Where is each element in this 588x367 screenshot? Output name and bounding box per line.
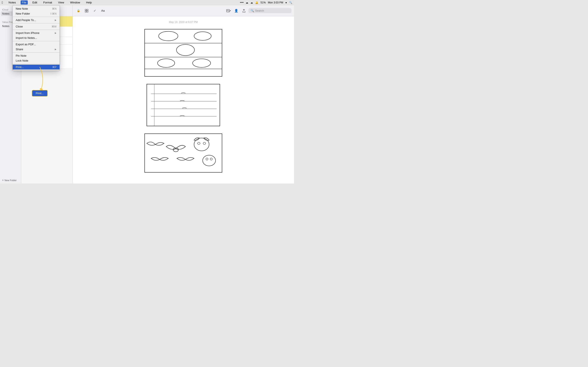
menu-share[interactable]: Share ▶ <box>13 47 60 52</box>
menubar-window[interactable]: Window <box>69 0 81 5</box>
menubar-user[interactable]: ● <box>285 1 287 4</box>
menubar-right: •••• ☁ ☁ 🔔 51% Mon 3:03 PM ● 🔍 <box>240 1 292 4</box>
file-menu-overlay[interactable]: New Note ⌘N New Folder ⇧⌘N Add People To… <box>0 5 294 184</box>
menu-new-note[interactable]: New Note ⌘N <box>13 6 60 11</box>
menubar-dropbox: ☁ <box>246 1 248 4</box>
menu-import-iphone[interactable]: Import from iPhone ▶ <box>13 31 60 35</box>
menubar-dots: •••• <box>240 1 244 4</box>
menu-print-shortcut: ⌘P <box>52 66 57 69</box>
menu-new-note-shortcut: ⌘N <box>52 7 57 10</box>
print-tooltip-label: Print... <box>36 92 44 95</box>
menubar-format[interactable]: Format <box>42 0 53 5</box>
apple-menu[interactable]:  <box>2 1 3 5</box>
menu-share-label: Share <box>16 48 55 51</box>
menu-import-notes-label: Import to Notes... <box>16 36 57 40</box>
menubar-edit[interactable]: Edit <box>31 0 38 5</box>
menu-sep-5 <box>13 52 60 53</box>
menubar-battery: 51% <box>260 1 266 4</box>
menu-lock-note[interactable]: Lock Note <box>13 58 60 63</box>
menu-pin-note-label: Pin Note <box>16 54 57 57</box>
menu-close-label: Close <box>16 25 47 28</box>
menu-export-pdf-label: Export as PDF... <box>16 43 57 46</box>
menu-lock-note-label: Lock Note <box>16 59 57 62</box>
menubar-notes[interactable]: Notes <box>7 0 17 5</box>
menu-pin-note[interactable]: Pin Note <box>13 53 60 58</box>
menubar-notifications: 🔔 <box>255 1 258 4</box>
menu-print[interactable]: Print... ⌘P <box>13 65 60 69</box>
menu-new-note-label: New Note <box>16 7 48 10</box>
menu-close[interactable]: Close ⌘W <box>13 24 60 29</box>
print-tooltip: Print... <box>32 90 48 97</box>
menu-import-iphone-arrow: ▶ <box>55 32 57 34</box>
menu-new-folder-label: New Folder <box>16 12 46 15</box>
menubar-help[interactable]: Help <box>85 0 93 5</box>
menu-share-arrow: ▶ <box>55 48 57 50</box>
menu-sep-2 <box>13 23 60 23</box>
menu-close-shortcut: ⌘W <box>52 25 57 28</box>
file-menu: New Note ⌘N New Folder ⇧⌘N Add People To… <box>12 5 60 71</box>
menu-import-notes[interactable]: Import to Notes... <box>13 35 60 40</box>
menubar-search-icon[interactable]: 🔍 <box>289 1 292 4</box>
menu-import-iphone-label: Import from iPhone <box>16 31 55 34</box>
menubar-time: Mon 3:03 PM <box>268 1 283 4</box>
menu-add-people-label: Add People To... <box>16 18 55 22</box>
menu-sep-1 <box>13 17 60 17</box>
menu-new-folder-shortcut: ⇧⌘N <box>50 12 57 15</box>
menu-export-pdf[interactable]: Export as PDF... <box>13 42 60 47</box>
menu-add-people-arrow: ▶ <box>55 19 57 21</box>
menubar:  Notes File Edit Format View Window Hel… <box>0 0 294 5</box>
menu-sep-3 <box>13 30 60 30</box>
menubar-file[interactable]: File <box>21 0 28 5</box>
menubar-cloud: ☁ <box>250 1 253 4</box>
menu-print-label: Print... <box>16 66 48 69</box>
menubar-view[interactable]: View <box>57 0 65 5</box>
menu-add-people[interactable]: Add People To... ▶ <box>13 18 60 23</box>
menu-new-folder[interactable]: New Folder ⇧⌘N <box>13 11 60 16</box>
menu-sep-4 <box>13 41 60 41</box>
